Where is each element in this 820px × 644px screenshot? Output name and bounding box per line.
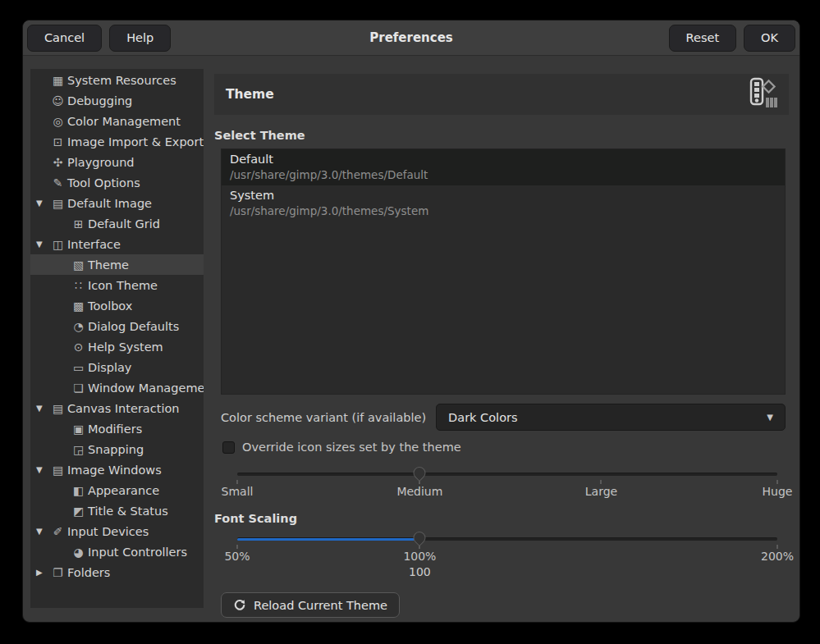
toolbox-icon: ▩ <box>70 299 87 313</box>
theme-path: /usr/share/gimp/3.0/themes/Default <box>230 167 776 182</box>
expander-down-icon[interactable]: ▼ <box>34 240 49 249</box>
sidebar-item-input-controllers[interactable]: ◕Input Controllers <box>30 541 204 562</box>
slider-track[interactable] <box>237 537 777 541</box>
sidebar-item-color-management[interactable]: ◎Color Management <box>30 111 204 131</box>
sidebar-item-label: Color Management <box>67 115 181 128</box>
theme-name: System <box>230 188 776 203</box>
select-theme-label: Select Theme <box>214 129 789 142</box>
input-devices-icon: ✐ <box>49 525 66 538</box>
ok-button[interactable]: OK <box>744 25 795 52</box>
sidebar-item-input-devices[interactable]: ▼✐Input Devices <box>30 521 204 541</box>
sidebar-item-help-system[interactable]: ⊙Help System <box>30 336 204 357</box>
sidebar-item-label: Tool Options <box>67 176 140 190</box>
expander-down-icon[interactable]: ▼ <box>34 527 49 536</box>
slider-handle[interactable] <box>411 529 428 546</box>
import-export-icon: ⊡ <box>49 135 66 148</box>
sidebar-item-label: Default Grid <box>88 217 160 231</box>
sidebar-item-label: Display <box>88 361 131 374</box>
theme-list-row-default[interactable]: Default/usr/share/gimp/3.0/themes/Defaul… <box>222 149 785 185</box>
expander-down-icon[interactable]: ▼ <box>34 465 49 474</box>
color-scheme-variant-dropdown[interactable]: Dark Colors ▼ <box>436 404 786 431</box>
expander-down-icon[interactable]: ▼ <box>34 404 49 413</box>
snapping-icon: ◲ <box>70 443 87 456</box>
slider-tick-label: Small <box>222 485 254 498</box>
sidebar-item-toolbox[interactable]: ▩Toolbox <box>30 295 204 316</box>
slider-track[interactable] <box>237 473 777 476</box>
sidebar-item-label: Icon Theme <box>88 279 158 292</box>
default-image-icon: ▤ <box>49 197 66 210</box>
grid-icon: ⊞ <box>70 217 87 231</box>
sidebar-item-theme[interactable]: ▧Theme <box>30 254 204 275</box>
pinwheel-icon: ✣ <box>49 156 66 169</box>
slider-tick-label: 100% <box>403 550 436 563</box>
sidebar-item-playground[interactable]: ✣Playground <box>30 152 204 172</box>
sidebar-item-modifiers[interactable]: ▣Modifiers <box>30 418 204 439</box>
reload-current-theme-button[interactable]: Reload Current Theme <box>221 592 400 618</box>
cancel-button[interactable]: Cancel <box>27 25 102 52</box>
sidebar-item-interface[interactable]: ▼◫Interface <box>30 234 204 254</box>
reset-button[interactable]: Reset <box>669 25 737 52</box>
help-button[interactable]: Help <box>109 25 171 52</box>
sidebar-item-appearance[interactable]: ◧Appearance <box>30 480 204 500</box>
color-scheme-variant-row: Color scheme variant (if available) Dark… <box>221 404 786 431</box>
sidebar-item-label: Input Devices <box>67 525 149 538</box>
override-icon-sizes-checkbox[interactable] <box>222 441 235 454</box>
preferences-category-tree: ▦System Resources☺Debugging◎Color Manage… <box>30 69 204 608</box>
sidebar-item-label: Default Image <box>67 197 152 210</box>
sidebar-item-label: Toolbox <box>88 299 132 313</box>
sidebar-item-label: Folders <box>67 566 110 579</box>
sidebar-item-tool-options[interactable]: ✎Tool Options <box>30 172 204 193</box>
sidebar-item-display[interactable]: ▭Display <box>30 357 204 377</box>
theme-list-row-system[interactable]: System/usr/share/gimp/3.0/themes/System <box>222 185 785 222</box>
slider-tick-label: Large <box>585 485 617 498</box>
sidebar-item-canvas-interaction[interactable]: ▼▤Canvas Interaction <box>30 398 204 418</box>
sidebar-item-folders[interactable]: ▶❐Folders <box>30 562 204 582</box>
slider-tick-mark <box>237 480 238 484</box>
folders-icon: ❐ <box>49 566 66 579</box>
sidebar-item-label: Modifiers <box>88 422 142 436</box>
sidebar-item-label: Theme <box>88 258 129 272</box>
sidebar-item-label: Playground <box>67 156 135 169</box>
expander-right-icon[interactable]: ▶ <box>34 568 49 577</box>
sidebar-item-image-windows[interactable]: ▼▤Image Windows <box>30 459 204 480</box>
sidebar-item-label: Window Management <box>88 381 204 395</box>
sidebar-item-label: Title & Status <box>88 505 168 518</box>
sidebar-item-default-grid[interactable]: ⊞Default Grid <box>30 213 204 234</box>
slider-tick-label: 200% <box>761 550 794 563</box>
theme-list[interactable]: Default/usr/share/gimp/3.0/themes/Defaul… <box>221 148 786 395</box>
slider-tick-label: Medium <box>396 485 442 498</box>
input-controllers-icon: ◕ <box>70 546 87 559</box>
slider-tick-mark <box>777 545 778 549</box>
titlebar-right-buttons: Reset OK <box>669 25 795 52</box>
icon-theme-icon: ∷ <box>70 279 87 292</box>
color-circles-icon: ◎ <box>49 115 66 128</box>
sidebar-item-label: Debugging <box>67 94 132 107</box>
override-icon-sizes-row: Override icon sizes set by the theme <box>222 441 789 454</box>
image-windows-icon: ▤ <box>49 464 66 477</box>
wilber-debug-icon: ☺ <box>49 94 66 107</box>
help-buoy-icon: ⊙ <box>70 340 87 354</box>
titlebar: Cancel Help Preferences Reset OK <box>23 21 799 56</box>
sidebar-item-title-status[interactable]: ◩Title & Status <box>30 500 204 521</box>
sidebar-item-image-import-export[interactable]: ⊡Image Import & Export <box>30 131 204 152</box>
sidebar-item-debugging[interactable]: ☺Debugging <box>30 90 204 111</box>
slider-handle[interactable] <box>411 464 428 482</box>
color-scheme-variant-value: Dark Colors <box>448 411 517 424</box>
sidebar-item-label: System Resources <box>67 74 176 87</box>
theme-path: /usr/share/gimp/3.0/themes/System <box>230 203 776 218</box>
sidebar-item-label: Interface <box>67 238 121 251</box>
reload-current-theme-label: Reload Current Theme <box>254 599 387 612</box>
panel-header: Theme <box>214 74 789 115</box>
sidebar-item-label: Canvas Interaction <box>67 402 180 415</box>
sidebar-item-icon-theme[interactable]: ∷Icon Theme <box>30 275 204 295</box>
icon-size-slider[interactable]: SmallMediumLargeHuge <box>237 464 777 504</box>
sidebar-item-default-image[interactable]: ▼▤Default Image <box>30 193 204 213</box>
theme-swatch-icon: ▧ <box>70 258 87 272</box>
titlebar-left-buttons: Cancel Help <box>27 25 171 52</box>
sidebar-item-window-management[interactable]: ❏Window Management <box>30 377 204 398</box>
sidebar-item-system-resources[interactable]: ▦System Resources <box>30 70 204 90</box>
expander-down-icon[interactable]: ▼ <box>34 199 49 208</box>
font-scaling-slider[interactable]: 50%100%200%100 <box>237 529 777 582</box>
sidebar-item-snapping[interactable]: ◲Snapping <box>30 439 204 459</box>
sidebar-item-dialog-defaults[interactable]: ◔Dialog Defaults <box>30 316 204 336</box>
